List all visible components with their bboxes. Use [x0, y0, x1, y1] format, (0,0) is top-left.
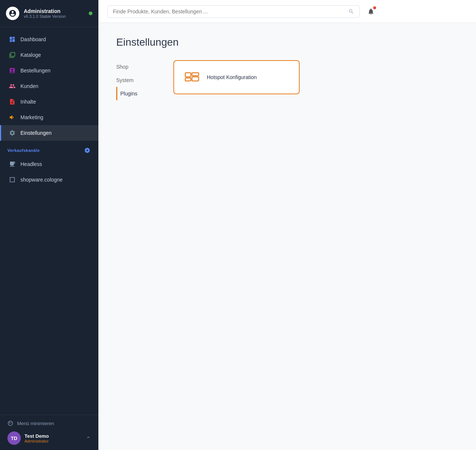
svg-rect-2: [192, 73, 199, 76]
main-area: Einstellungen Shop System Plugins: [98, 0, 476, 450]
sidebar-item-bestellungen[interactable]: Bestellungen: [0, 63, 98, 78]
sidebar-item-einstellungen[interactable]: Einstellungen: [0, 125, 98, 141]
settings-sidebar-nav: Shop System Plugins: [116, 60, 164, 100]
chevron-up-icon: [86, 435, 91, 441]
sidebar-item-kunden[interactable]: Kunden: [0, 78, 98, 94]
sidebar-item-label: Dashboard: [20, 36, 46, 42]
sidebar-title-block: Administration v6.3.1.0 Stable Version: [24, 8, 84, 19]
settings-layout: Shop System Plugins: [116, 60, 458, 100]
hotspot-plugin-card[interactable]: Hotspot Konfiguration: [173, 60, 300, 94]
search-input[interactable]: [113, 9, 345, 14]
settings-nav-shop[interactable]: Shop: [116, 60, 164, 74]
kataloge-icon: [9, 51, 16, 59]
sidebar-item-label: Marketing: [20, 114, 43, 120]
sidebar-item-inhalte[interactable]: Inhalte: [0, 94, 98, 110]
page-title: Einstellungen: [116, 36, 458, 48]
sidebar-item-marketing[interactable]: Marketing: [0, 110, 98, 125]
sales-channels-label: Verkaufskanäle: [7, 148, 40, 153]
plugin-icon: [183, 68, 201, 86]
notification-badge: [373, 6, 376, 9]
dashboard-icon: [9, 36, 16, 43]
minimize-menu-button[interactable]: Menü minimieren: [7, 420, 91, 426]
einstellungen-icon: [9, 129, 16, 137]
app-version: v6.3.1.0 Stable Version: [24, 14, 84, 19]
settings-nav-plugins[interactable]: Plugins: [116, 87, 164, 100]
marketing-icon: [9, 114, 16, 121]
bestellungen-icon: [9, 67, 16, 74]
sidebar-item-label: Bestellungen: [20, 68, 50, 74]
sidebar-header: Administration v6.3.1.0 Stable Version: [0, 0, 98, 27]
settings-content: Hotspot Konfiguration: [164, 60, 458, 100]
app-name: Administration: [24, 8, 84, 14]
sidebar-item-dashboard[interactable]: Dashboard: [0, 32, 98, 47]
search-bar[interactable]: [107, 5, 360, 18]
page-content: Einstellungen Shop System Plugins: [98, 23, 476, 450]
topbar: [98, 0, 476, 23]
sidebar-item-label: Headless: [20, 161, 42, 167]
headless-icon: [9, 160, 16, 168]
sidebar-item-kataloge[interactable]: Kataloge: [0, 47, 98, 63]
sidebar-item-label: Kataloge: [20, 52, 41, 58]
kunden-icon: [9, 82, 16, 90]
sidebar: Administration v6.3.1.0 Stable Version D…: [0, 0, 98, 450]
sidebar-item-label: Inhalte: [20, 99, 36, 105]
sidebar-footer: Menü minimieren TD Test Demo Administrat…: [0, 415, 98, 450]
sidebar-item-label: Kunden: [20, 83, 38, 89]
sidebar-item-shopware[interactable]: shopware.cologne: [0, 172, 98, 188]
minimize-label: Menü minimieren: [17, 421, 54, 426]
main-nav: Dashboard Kataloge Bestellungen Kunden: [0, 27, 98, 415]
shopware-icon: [9, 176, 16, 183]
sidebar-item-label: shopware.cologne: [20, 177, 63, 183]
svg-rect-1: [185, 78, 191, 81]
sidebar-item-headless[interactable]: Headless: [0, 156, 98, 172]
notifications-button[interactable]: [364, 5, 378, 18]
settings-nav-system[interactable]: System: [116, 74, 164, 87]
svg-rect-0: [185, 73, 191, 77]
inhalte-icon: [9, 98, 16, 105]
user-info: Test Demo Administrator: [25, 433, 82, 443]
user-role: Administrator: [25, 439, 82, 443]
user-profile-row[interactable]: TD Test Demo Administrator: [7, 431, 91, 445]
status-indicator: [89, 12, 92, 15]
sales-channels-section: Verkaufskanäle: [0, 141, 98, 156]
search-icon: [348, 9, 354, 14]
user-avatar: TD: [7, 431, 21, 445]
sidebar-item-label: Einstellungen: [20, 130, 52, 136]
plugin-name: Hotspot Konfiguration: [207, 74, 257, 80]
app-logo: [6, 7, 19, 20]
svg-rect-3: [192, 77, 199, 81]
add-sales-channel-button[interactable]: [84, 147, 91, 154]
user-name: Test Demo: [25, 433, 82, 439]
